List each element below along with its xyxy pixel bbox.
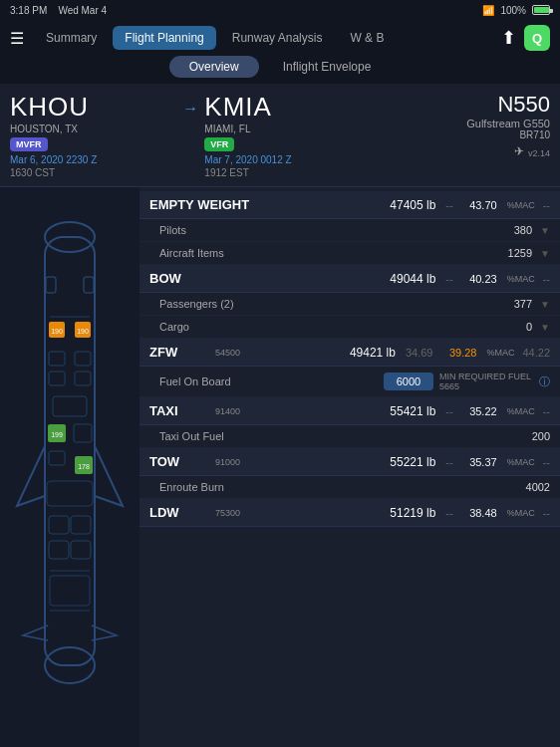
battery-icon [532, 5, 550, 15]
svg-rect-27 [50, 576, 90, 606]
sub-label-tow-0: Enroute Burn [159, 481, 526, 493]
sub-row-empty_weight-1: Aircraft Items 1259 ▼ [140, 242, 560, 265]
route-arrow: → [182, 92, 198, 118]
svg-text:199: 199 [51, 431, 63, 438]
svg-text:178: 178 [78, 463, 90, 470]
flight-info: KHOU HOUSTON, TX MVFR Mar 6, 2020 2230 Z… [0, 84, 560, 187]
section-label-tow: TOW [149, 454, 209, 469]
status-indicators: 📶 100% [482, 5, 550, 16]
svg-rect-25 [71, 541, 91, 559]
section-limit-zfw: 54500 [215, 348, 240, 358]
svg-rect-23 [71, 516, 91, 534]
destination-col: KMIA MIAMI, FL VFR Mar 7, 2020 0012 Z 19… [204, 92, 377, 178]
destination-time: 1912 EST [204, 167, 377, 178]
status-bar: 3:18 PM Wed Mar 4 📶 100% [0, 0, 560, 20]
section-label-zfw: ZFW [149, 345, 209, 360]
nav-runway-analysis[interactable]: Runway Analysis [220, 26, 335, 50]
destination-iata: KMIA [204, 92, 377, 123]
svg-rect-4 [84, 277, 94, 293]
sub-label-empty_weight-0: Pilots [159, 224, 514, 236]
sub-row-zfw-0: Fuel On Board MIN REQUIRED FUEL5665 ⓘ [140, 367, 560, 397]
battery-label: 100% [500, 5, 526, 16]
section-cg-tow: 35.37 [463, 456, 497, 468]
sub-inflight-envelope[interactable]: Inflight Envelope [263, 56, 392, 78]
section-cg-zfw: 39.28 [442, 347, 476, 359]
status-time: 3:18 PM Wed Mar 4 [10, 5, 107, 16]
section-cg-empty_weight: 43.70 [463, 199, 497, 211]
origin-date: Mar 6, 2020 2230 Z [10, 154, 182, 165]
sub-value-empty_weight-1: 1259 [508, 247, 532, 259]
nav-actions: ⬆ Q [501, 25, 550, 51]
wifi-icon: 📶 [482, 5, 494, 16]
chevron-icon: ▼ [540, 299, 550, 310]
svg-rect-12 [49, 372, 65, 385]
nav-summary[interactable]: Summary [34, 26, 109, 50]
section-weight-empty_weight: 47405 lb [390, 198, 435, 212]
sub-row-bow-1: Cargo 0 ▼ [140, 316, 560, 339]
section-header-empty_weight: EMPTY WEIGHT 47405 lb -- 43.70 %MAC -- [140, 191, 560, 219]
section-cg-taxi: 35.22 [463, 405, 497, 417]
aircraft-model: Gulfstream G550 [466, 118, 550, 129]
section-header-taxi: TAXI 91400 55421 lb -- 35.22 %MAC -- [140, 397, 560, 425]
nav-wb[interactable]: W & B [338, 26, 396, 50]
svg-text:190: 190 [77, 328, 89, 335]
sub-row-bow-0: Passengers (2) 377 ▼ [140, 293, 560, 316]
share-button[interactable]: ⬆ [501, 27, 516, 49]
info-icon-zfw-0[interactable]: ⓘ [539, 374, 550, 389]
origin-iata: KHOU [10, 92, 182, 123]
sub-label-taxi-0: Taxi Out Fuel [159, 430, 532, 442]
sub-value-bow-0: 377 [514, 298, 532, 310]
section-limit-tow: 91000 [215, 457, 240, 467]
section-weight-tow: 55221 lb [390, 455, 435, 469]
section-limit-ldw: 75300 [215, 508, 240, 518]
svg-rect-3 [46, 277, 56, 293]
section-header-zfw: ZFW 54500 49421 lb 34.69 39.28 %MAC 44.2… [140, 339, 560, 367]
sub-overview[interactable]: Overview [169, 56, 259, 78]
aircraft-reg: BR710 [466, 129, 550, 140]
origin-col: KHOU HOUSTON, TX MVFR Mar 6, 2020 2230 Z… [10, 92, 182, 178]
nav-flight-planning[interactable]: Flight Planning [113, 26, 215, 50]
main-content: 190 190 199 178 [0, 187, 560, 747]
origin-time: 1630 CST [10, 167, 182, 178]
airplane-icon: ✈ [514, 144, 524, 158]
svg-rect-24 [49, 541, 69, 559]
sub-label-bow-0: Passengers (2) [159, 298, 514, 310]
aircraft-col: N550 Gulfstream G550 BR710 ✈ v2.14 [378, 92, 550, 158]
aircraft-svg: 190 190 199 178 [15, 197, 125, 715]
svg-rect-17 [74, 424, 92, 442]
menu-icon[interactable]: ☰ [10, 29, 24, 48]
aircraft-tail: N550 [466, 92, 550, 118]
q-button[interactable]: Q [524, 25, 550, 51]
section-weight-taxi: 55421 lb [390, 404, 435, 418]
destination-date: Mar 7, 2020 0012 Z [204, 154, 377, 165]
sub-row-empty_weight-0: Pilots 380 ▼ [140, 219, 560, 242]
chevron-icon: ▼ [540, 322, 550, 333]
section-cg-bow: 40.23 [463, 273, 497, 285]
svg-rect-11 [75, 352, 91, 366]
sub-value-empty_weight-0: 380 [514, 224, 532, 236]
svg-rect-21 [47, 481, 93, 506]
chevron-icon: ▼ [540, 225, 550, 236]
section-header-tow: TOW 91000 55221 lb -- 35.37 %MAC -- [140, 448, 560, 476]
time-display: 3:18 PM [10, 5, 47, 16]
section-weight-ldw: 51219 lb [390, 506, 435, 520]
aircraft-version: v2.14 [528, 148, 550, 158]
date-display: Wed Mar 4 [58, 5, 107, 16]
sub-label-zfw-0: Fuel On Board [159, 375, 384, 387]
chevron-icon: ▼ [540, 248, 550, 259]
sub-row-taxi-0: Taxi Out Fuel 200 [140, 425, 560, 448]
section-cg-ldw: 38.48 [463, 507, 497, 519]
svg-rect-18 [49, 451, 65, 465]
section-label-empty_weight: EMPTY WEIGHT [149, 197, 249, 212]
sub-value-tow-0: 4002 [526, 481, 550, 493]
section-label-ldw: LDW [149, 505, 209, 520]
svg-rect-13 [75, 372, 91, 385]
section-weight-bow: 49044 lb [390, 272, 435, 286]
sub-label-bow-1: Cargo [159, 321, 526, 333]
sub-value-taxi-0: 200 [532, 430, 550, 442]
sub-value-bow-1: 0 [526, 321, 532, 333]
svg-rect-22 [49, 516, 69, 534]
origin-badge: MVFR [10, 137, 48, 151]
svg-rect-10 [49, 352, 65, 366]
sub-input-zfw-0[interactable] [384, 373, 433, 390]
